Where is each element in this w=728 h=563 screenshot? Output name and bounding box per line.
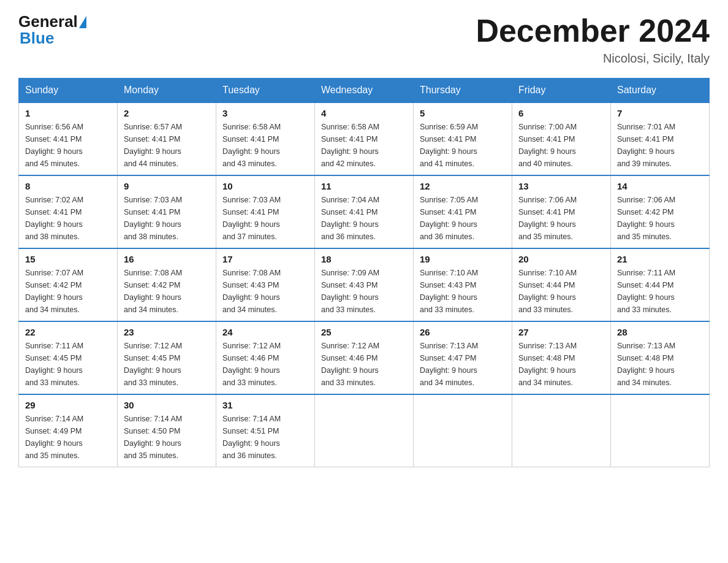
day-info: Sunrise: 7:12 AM Sunset: 4:46 PM Dayligh… bbox=[222, 340, 308, 389]
calendar-cell: 19 Sunrise: 7:10 AM Sunset: 4:43 PM Dayl… bbox=[414, 248, 512, 321]
day-number: 3 bbox=[222, 108, 308, 118]
calendar-cell: 2 Sunrise: 6:57 AM Sunset: 4:41 PM Dayli… bbox=[118, 102, 216, 175]
day-info: Sunrise: 7:03 AM Sunset: 4:41 PM Dayligh… bbox=[124, 194, 210, 243]
calendar-week-2: 8 Sunrise: 7:02 AM Sunset: 4:41 PM Dayli… bbox=[19, 175, 710, 248]
calendar-cell: 1 Sunrise: 6:56 AM Sunset: 4:41 PM Dayli… bbox=[19, 102, 118, 175]
calendar-cell: 6 Sunrise: 7:00 AM Sunset: 4:41 PM Dayli… bbox=[512, 102, 611, 175]
calendar-cell: 24 Sunrise: 7:12 AM Sunset: 4:46 PM Dayl… bbox=[216, 321, 315, 394]
day-info: Sunrise: 6:56 AM Sunset: 4:41 PM Dayligh… bbox=[25, 121, 111, 170]
calendar-cell bbox=[611, 394, 710, 467]
calendar-table: Sunday Monday Tuesday Wednesday Thursday… bbox=[18, 78, 710, 467]
day-number: 15 bbox=[25, 254, 111, 264]
day-number: 11 bbox=[321, 181, 407, 191]
day-info: Sunrise: 7:13 AM Sunset: 4:47 PM Dayligh… bbox=[420, 340, 506, 389]
calendar-cell: 20 Sunrise: 7:10 AM Sunset: 4:44 PM Dayl… bbox=[512, 248, 611, 321]
calendar-cell: 3 Sunrise: 6:58 AM Sunset: 4:41 PM Dayli… bbox=[216, 102, 315, 175]
day-info: Sunrise: 7:08 AM Sunset: 4:43 PM Dayligh… bbox=[222, 267, 308, 316]
day-info: Sunrise: 7:13 AM Sunset: 4:48 PM Dayligh… bbox=[518, 340, 604, 389]
day-info: Sunrise: 7:07 AM Sunset: 4:42 PM Dayligh… bbox=[25, 267, 111, 316]
calendar-cell: 21 Sunrise: 7:11 AM Sunset: 4:44 PM Dayl… bbox=[611, 248, 710, 321]
header-friday: Friday bbox=[512, 79, 611, 103]
day-number: 9 bbox=[124, 181, 210, 191]
logo: General Blue bbox=[18, 12, 88, 48]
calendar-week-4: 22 Sunrise: 7:11 AM Sunset: 4:45 PM Dayl… bbox=[19, 321, 710, 394]
month-title: December 2024 bbox=[476, 12, 710, 49]
calendar-cell: 22 Sunrise: 7:11 AM Sunset: 4:45 PM Dayl… bbox=[19, 321, 118, 394]
day-number: 6 bbox=[518, 108, 604, 118]
calendar-cell bbox=[414, 394, 512, 467]
calendar-cell bbox=[512, 394, 611, 467]
day-info: Sunrise: 6:59 AM Sunset: 4:41 PM Dayligh… bbox=[420, 121, 506, 170]
day-number: 30 bbox=[124, 400, 210, 410]
day-number: 21 bbox=[617, 254, 703, 264]
day-number: 31 bbox=[222, 400, 308, 410]
logo-blue-text: Blue bbox=[20, 29, 88, 48]
day-number: 13 bbox=[518, 181, 604, 191]
calendar-cell: 18 Sunrise: 7:09 AM Sunset: 4:43 PM Dayl… bbox=[315, 248, 414, 321]
day-number: 1 bbox=[25, 108, 111, 118]
day-number: 14 bbox=[617, 181, 703, 191]
calendar-cell: 31 Sunrise: 7:14 AM Sunset: 4:51 PM Dayl… bbox=[216, 394, 315, 467]
calendar-week-1: 1 Sunrise: 6:56 AM Sunset: 4:41 PM Dayli… bbox=[19, 102, 710, 175]
day-number: 5 bbox=[420, 108, 506, 118]
calendar-week-5: 29 Sunrise: 7:14 AM Sunset: 4:49 PM Dayl… bbox=[19, 394, 710, 467]
calendar-cell: 17 Sunrise: 7:08 AM Sunset: 4:43 PM Dayl… bbox=[216, 248, 315, 321]
day-number: 24 bbox=[222, 327, 308, 337]
calendar-cell: 9 Sunrise: 7:03 AM Sunset: 4:41 PM Dayli… bbox=[118, 175, 216, 248]
calendar-cell: 29 Sunrise: 7:14 AM Sunset: 4:49 PM Dayl… bbox=[19, 394, 118, 467]
day-number: 17 bbox=[222, 254, 308, 264]
calendar-cell: 8 Sunrise: 7:02 AM Sunset: 4:41 PM Dayli… bbox=[19, 175, 118, 248]
day-info: Sunrise: 7:12 AM Sunset: 4:46 PM Dayligh… bbox=[321, 340, 407, 389]
day-number: 20 bbox=[518, 254, 604, 264]
calendar-cell: 27 Sunrise: 7:13 AM Sunset: 4:48 PM Dayl… bbox=[512, 321, 611, 394]
header-tuesday: Tuesday bbox=[216, 79, 315, 103]
calendar-week-3: 15 Sunrise: 7:07 AM Sunset: 4:42 PM Dayl… bbox=[19, 248, 710, 321]
day-number: 10 bbox=[222, 181, 308, 191]
calendar-cell: 13 Sunrise: 7:06 AM Sunset: 4:41 PM Dayl… bbox=[512, 175, 611, 248]
calendar-cell: 16 Sunrise: 7:08 AM Sunset: 4:42 PM Dayl… bbox=[118, 248, 216, 321]
calendar-cell: 26 Sunrise: 7:13 AM Sunset: 4:47 PM Dayl… bbox=[414, 321, 512, 394]
calendar-cell: 7 Sunrise: 7:01 AM Sunset: 4:41 PM Dayli… bbox=[611, 102, 710, 175]
day-number: 27 bbox=[518, 327, 604, 337]
day-number: 7 bbox=[617, 108, 703, 118]
day-number: 16 bbox=[124, 254, 210, 264]
page-header: General Blue December 2024 Nicolosi, Sic… bbox=[18, 12, 710, 66]
day-number: 2 bbox=[124, 108, 210, 118]
day-info: Sunrise: 7:09 AM Sunset: 4:43 PM Dayligh… bbox=[321, 267, 407, 316]
day-number: 18 bbox=[321, 254, 407, 264]
calendar-cell: 11 Sunrise: 7:04 AM Sunset: 4:41 PM Dayl… bbox=[315, 175, 414, 248]
location-text: Nicolosi, Sicily, Italy bbox=[476, 52, 710, 66]
header-monday: Monday bbox=[118, 79, 216, 103]
day-number: 29 bbox=[25, 400, 111, 410]
calendar-cell: 14 Sunrise: 7:06 AM Sunset: 4:42 PM Dayl… bbox=[611, 175, 710, 248]
day-info: Sunrise: 7:01 AM Sunset: 4:41 PM Dayligh… bbox=[617, 121, 703, 170]
calendar-cell: 23 Sunrise: 7:12 AM Sunset: 4:45 PM Dayl… bbox=[118, 321, 216, 394]
header-thursday: Thursday bbox=[414, 79, 512, 103]
calendar-cell: 28 Sunrise: 7:13 AM Sunset: 4:48 PM Dayl… bbox=[611, 321, 710, 394]
title-block: December 2024 Nicolosi, Sicily, Italy bbox=[476, 12, 710, 66]
day-info: Sunrise: 7:05 AM Sunset: 4:41 PM Dayligh… bbox=[420, 194, 506, 243]
day-info: Sunrise: 7:14 AM Sunset: 4:49 PM Dayligh… bbox=[25, 413, 111, 462]
day-number: 26 bbox=[420, 327, 506, 337]
calendar-cell: 4 Sunrise: 6:58 AM Sunset: 4:41 PM Dayli… bbox=[315, 102, 414, 175]
calendar-cell bbox=[315, 394, 414, 467]
day-info: Sunrise: 7:08 AM Sunset: 4:42 PM Dayligh… bbox=[124, 267, 210, 316]
day-info: Sunrise: 7:13 AM Sunset: 4:48 PM Dayligh… bbox=[617, 340, 703, 389]
calendar-cell: 10 Sunrise: 7:03 AM Sunset: 4:41 PM Dayl… bbox=[216, 175, 315, 248]
day-info: Sunrise: 7:04 AM Sunset: 4:41 PM Dayligh… bbox=[321, 194, 407, 243]
calendar-body: 1 Sunrise: 6:56 AM Sunset: 4:41 PM Dayli… bbox=[19, 102, 710, 467]
day-info: Sunrise: 7:12 AM Sunset: 4:45 PM Dayligh… bbox=[124, 340, 210, 389]
day-info: Sunrise: 7:02 AM Sunset: 4:41 PM Dayligh… bbox=[25, 194, 111, 243]
day-info: Sunrise: 7:10 AM Sunset: 4:44 PM Dayligh… bbox=[518, 267, 604, 316]
day-info: Sunrise: 7:03 AM Sunset: 4:41 PM Dayligh… bbox=[222, 194, 308, 243]
calendar-cell: 25 Sunrise: 7:12 AM Sunset: 4:46 PM Dayl… bbox=[315, 321, 414, 394]
calendar-cell: 15 Sunrise: 7:07 AM Sunset: 4:42 PM Dayl… bbox=[19, 248, 118, 321]
day-info: Sunrise: 7:14 AM Sunset: 4:50 PM Dayligh… bbox=[124, 413, 210, 462]
calendar-header: Sunday Monday Tuesday Wednesday Thursday… bbox=[19, 79, 710, 103]
day-number: 25 bbox=[321, 327, 407, 337]
day-number: 4 bbox=[321, 108, 407, 118]
calendar-cell: 12 Sunrise: 7:05 AM Sunset: 4:41 PM Dayl… bbox=[414, 175, 512, 248]
header-wednesday: Wednesday bbox=[315, 79, 414, 103]
header-sunday: Sunday bbox=[19, 79, 118, 103]
logo-triangle-icon bbox=[79, 16, 86, 28]
